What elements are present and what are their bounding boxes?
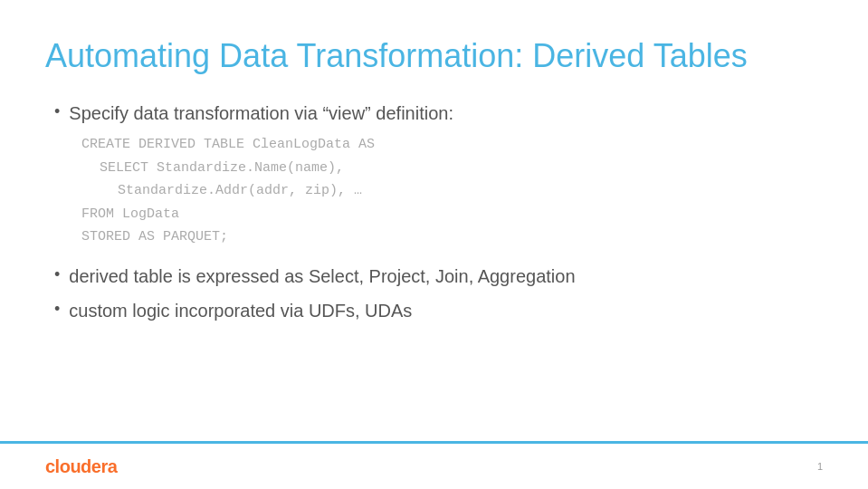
bullet-section-1: • Specify data transformation via “view”… [54, 101, 823, 249]
code-line-3: Standardize.Addr(addr, zip), … [118, 179, 823, 203]
bullet-text-1: Specify data transformation via “view” d… [69, 101, 453, 126]
code-line-1: CREATE DERIVED TABLE CleanLogData AS [81, 133, 823, 157]
code-line-4: FROM LogData [81, 203, 823, 226]
bullet-item-1: • Specify data transformation via “view”… [54, 101, 823, 126]
bullet-text-2: derived table is expressed as Select, Pr… [69, 264, 575, 289]
bullet-dot-3: • [54, 300, 60, 319]
code-line-2: SELECT Standardize.Name(name), [100, 157, 823, 180]
bullet-section-3: • custom logic incorporated via UDFs, UD… [54, 298, 823, 323]
bullet-item-3: • custom logic incorporated via UDFs, UD… [54, 298, 823, 323]
code-block: CREATE DERIVED TABLE CleanLogData AS SEL… [81, 133, 823, 249]
logo-area: cloudera [45, 456, 117, 477]
footer: cloudera 1 [0, 444, 868, 489]
code-line-5: STORED AS PARQUET; [81, 225, 823, 249]
bullet-item-2: • derived table is expressed as Select, … [54, 264, 823, 289]
bullet-dot-1: • [54, 102, 60, 121]
bullet-dot-2: • [54, 265, 60, 284]
content-area: • Specify data transformation via “view”… [45, 101, 823, 323]
slide: Automating Data Transformation: Derived … [0, 0, 868, 489]
cloudera-logo: cloudera [45, 456, 117, 477]
slide-title: Automating Data Transformation: Derived … [45, 36, 823, 75]
bullet-text-3: custom logic incorporated via UDFs, UDAs [69, 298, 412, 323]
page-number: 1 [817, 461, 823, 472]
bullet-section-2: • derived table is expressed as Select, … [54, 264, 823, 289]
